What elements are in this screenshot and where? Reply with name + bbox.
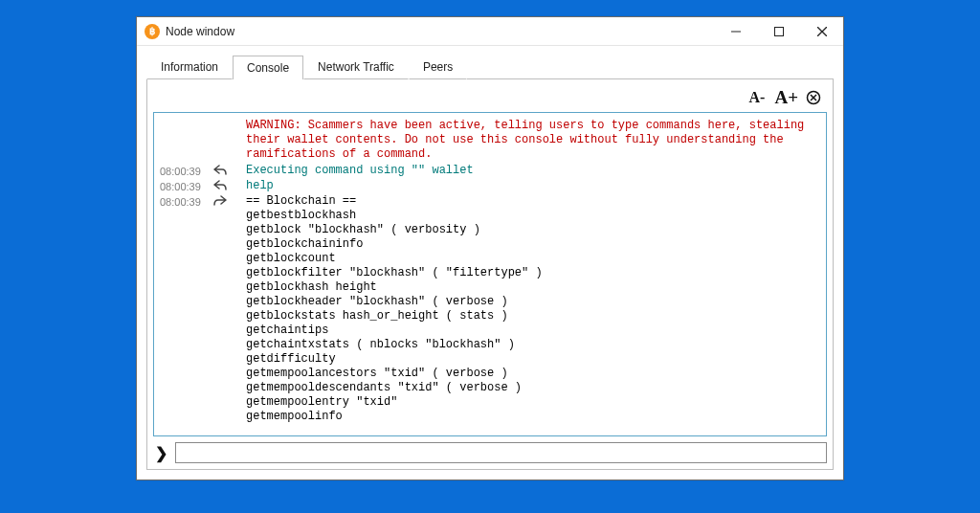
reply-out-icon bbox=[213, 164, 246, 176]
console-warning: WARNING: Scammers have been active, tell… bbox=[246, 119, 820, 162]
node-window: ฿ Node window Information Console Networ… bbox=[136, 16, 844, 480]
console-row: 08:00:39 Executing command using "" wall… bbox=[160, 164, 820, 179]
tab-network-traffic[interactable]: Network Traffic bbox=[303, 55, 409, 79]
console-panel: A- A+ WARNING: Scammers have been active… bbox=[146, 78, 834, 470]
font-decrease-button[interactable]: A- bbox=[747, 89, 768, 106]
console-text: == Blockchain == getbestblockhash getblo… bbox=[246, 194, 820, 424]
timestamp: 08:00:39 bbox=[160, 179, 213, 194]
console-toolbar: A- A+ bbox=[153, 85, 827, 112]
console-warning-row: WARNING: Scammers have been active, tell… bbox=[160, 119, 820, 162]
timestamp: 08:00:39 bbox=[160, 194, 213, 210]
clear-console-button[interactable] bbox=[806, 90, 821, 105]
maximize-button[interactable] bbox=[757, 17, 800, 45]
reply-in-icon bbox=[213, 194, 246, 207]
tab-console[interactable]: Console bbox=[233, 56, 303, 79]
titlebar: ฿ Node window bbox=[137, 17, 843, 46]
command-input[interactable] bbox=[175, 442, 827, 463]
console-row: 08:00:39 help bbox=[160, 179, 820, 194]
console-text: Executing command using "" wallet bbox=[246, 164, 820, 178]
font-increase-button[interactable]: A+ bbox=[772, 87, 800, 108]
window-controls bbox=[714, 17, 843, 45]
svg-rect-1 bbox=[774, 27, 783, 35]
console-output: WARNING: Scammers have been active, tell… bbox=[153, 112, 827, 436]
tab-peers[interactable]: Peers bbox=[409, 55, 467, 79]
bitcoin-icon: ฿ bbox=[145, 24, 160, 39]
console-row: 08:00:39 == Blockchain == getbestblockha… bbox=[160, 194, 820, 424]
prompt-icon: ❯ bbox=[153, 444, 169, 462]
timestamp: 08:00:39 bbox=[160, 164, 213, 179]
tabbar: Information Console Network Traffic Peer… bbox=[137, 46, 843, 78]
window-title: Node window bbox=[166, 25, 714, 38]
tab-information[interactable]: Information bbox=[146, 55, 233, 79]
console-scroll[interactable]: WARNING: Scammers have been active, tell… bbox=[154, 113, 826, 435]
minimize-button[interactable] bbox=[714, 17, 757, 45]
console-input-bar: ❯ bbox=[153, 442, 827, 463]
reply-out-icon bbox=[213, 179, 246, 191]
console-text: help bbox=[246, 179, 820, 193]
close-button[interactable] bbox=[800, 17, 843, 45]
